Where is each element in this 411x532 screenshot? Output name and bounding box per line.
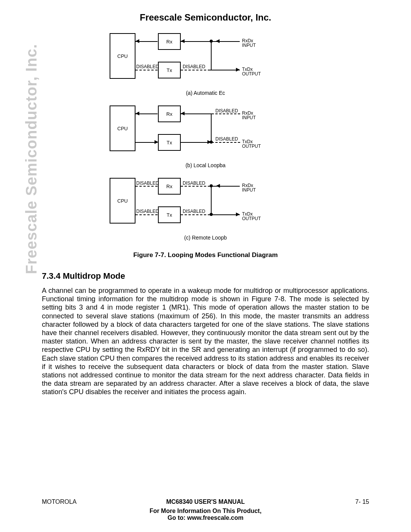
diagram-b: CPU Rx Tx DISABLED DISABLED Rx (107, 104, 304, 157)
section-body: A channel can be programmed to operate i… (42, 286, 369, 396)
disabled-label: DISABLED (136, 209, 159, 214)
cpu-box: CPU (110, 33, 135, 79)
caption-c: (c) Remote Loopb (107, 235, 304, 241)
rxdx-label: RxDxINPUT (242, 111, 256, 120)
page: Freescale Semiconductor, Inc. Freescale … (0, 0, 411, 532)
section-heading: 7.3.4 Multidrop Mode (42, 271, 125, 281)
rx-box: Rx (158, 105, 181, 122)
txdx-label: TxDxOUTPUT (242, 67, 261, 76)
tx-box: Tx (158, 134, 181, 151)
figure-title: Figure 7-7. Looping Modes Functional Dia… (0, 251, 411, 259)
footer-center: MC68340 USER'S MANUAL (42, 498, 369, 505)
txdx-label: TxDxOUTPUT (242, 139, 261, 149)
disabled-label: DISABLED (215, 136, 238, 142)
watermark-text: Freescale Semiconductor, Inc. (23, 44, 40, 274)
disabled-label: DISABLED (183, 209, 205, 214)
tx-box: Tx (158, 62, 181, 78)
cpu-box: CPU (110, 178, 135, 224)
figure-diagrams: CPU Rx Tx DISABLED DISABLED RxDxINPUT Tx… (107, 30, 304, 248)
footer-row: MC68340 USER'S MANUAL MOTOROLA 7- 15 (42, 498, 369, 505)
rxdx-label: RxDxINPUT (242, 38, 256, 48)
footer-info: For More Information On This Product,Go … (0, 508, 411, 521)
txdx-label: TxDxOUTPUT (242, 212, 261, 221)
cpu-box: CPU (110, 105, 135, 151)
disabled-label: DISABLED (183, 64, 205, 69)
disabled-label: DISABLED (136, 181, 159, 186)
diagram-c: CPU Rx Tx DISABLED DISABLED DISABLED DIS… (107, 176, 304, 229)
diagram-a: CPU Rx Tx DISABLED DISABLED RxDxINPUT Tx… (107, 31, 304, 85)
disabled-label: DISABLED (136, 64, 159, 69)
page-header: Freescale Semiconductor, Inc. (0, 12, 411, 23)
caption-b: (b) Local Loopba (107, 162, 304, 168)
caption-a: (a) Automatic Ec (107, 90, 304, 96)
disabled-label: DISABLED (183, 181, 205, 186)
rx-box: Rx (158, 33, 181, 50)
tx-box: Tx (158, 206, 181, 223)
rx-box: Rx (158, 178, 181, 195)
disabled-label: DISABLED (215, 108, 238, 113)
rxdx-label: RxDxINPUT (242, 183, 256, 192)
